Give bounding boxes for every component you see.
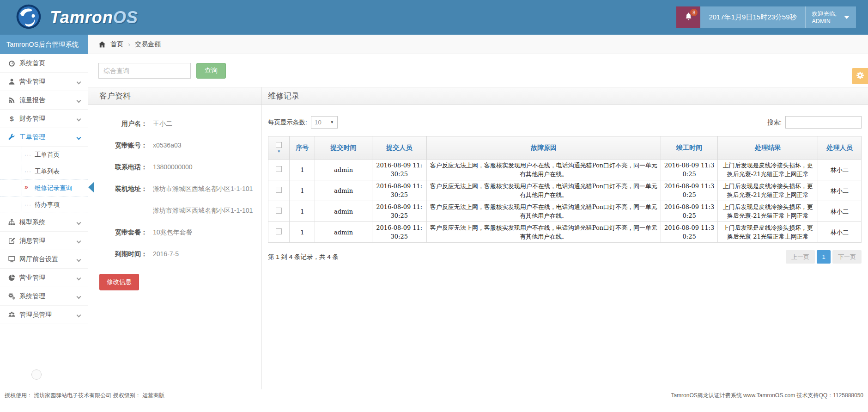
sidebar-item-6[interactable]: 模型系统 [0,213,88,232]
table-cell: 林小二 [818,222,862,243]
sidebar-item-5[interactable]: 工单管理 [0,128,88,147]
leader-dots-icon: ··· [24,152,31,158]
sidebar-collapse-button[interactable] [31,369,42,380]
dollar-icon: $ [8,115,19,123]
sitemap-icon [8,219,19,226]
customer-info-panel: 客户资料 用户名：王小二宽带账号：x0536a03联系电话：1380000000… [88,87,261,389]
table-cell: 2016-08-09 11:30:25 [661,160,717,180]
page-size-select[interactable]: 10 ▼ [311,116,338,129]
sidebar-item-3[interactable]: 流量报告 [0,91,88,110]
customer-field-row: 宽带账号：x0536a03 [99,139,261,152]
table-cell: 上门后发现是皮线冷接头损坏，更换后光衰-21光猫正常上网正常 [718,201,818,222]
sidebar: TamronOS后台管理系统 系统首页营业管理流量报告$财务管理工单管理···工… [0,35,88,390]
page-size-label: 每页显示条数: [268,118,307,127]
user-menu[interactable]: 欢迎光临, ADMIN [806,6,856,28]
sidebar-item-2[interactable]: 营业管理 [0,73,88,91]
field-label: 宽带账号： [99,139,147,152]
row-checkbox[interactable] [276,166,282,172]
table-cell: 1 [290,180,315,201]
sidebar-item-10[interactable]: 系统管理 [0,287,88,306]
global-search-section: 查询 [88,54,868,87]
column-header-4[interactable]: 故障原因 [426,136,661,160]
sidebar-subitem-1[interactable]: ···工单首页 [0,147,88,163]
welcome-text: 欢迎光临, [812,11,837,17]
user-icon [8,78,19,85]
breadcrumb: 首页 › 交易金额 [88,35,868,54]
dashboard-icon [8,60,19,67]
records-panel-title: 维修记录 [261,87,868,105]
sidebar-subitem-2[interactable]: ···工单列表 [0,163,88,180]
field-label: 到期时间： [99,247,147,260]
select-all-checkbox[interactable] [276,142,282,148]
table-cell: admin [315,180,372,201]
sidebar-subitem-3[interactable]: »维修记录查询 [0,180,88,197]
chevron-down-icon [77,117,81,122]
customer-field-row: 到期时间：2016-7-5 [99,247,261,260]
notification-badge: 8 [690,9,698,16]
table-row: 1admin2016-08-09 11:30:25客户反应无法上网，客服核实发现… [268,201,862,222]
column-header-1[interactable]: 序号 [290,136,315,160]
breadcrumb-separator: › [128,40,130,48]
sidebar-subitem-4[interactable]: ···待办事项 [0,197,88,213]
table-cell: 2016-08-09 11:30:25 [661,180,717,201]
username: ADMIN [812,18,831,25]
gear-icon [856,71,864,81]
sidebar-item-4[interactable]: $财务管理 [0,110,88,128]
column-header-2[interactable]: 提交时间 [315,136,372,160]
footer-license-text: 授权使用： 潍坊家园驿站电子技术有限公司 授权级别： 运营商版 [5,392,164,400]
chevron-down-icon [77,135,81,140]
pie-icon [8,274,19,281]
sidebar-item-11[interactable]: 管理员管理 [0,306,88,324]
leader-dots-icon: ··· [24,202,31,208]
table-search-input[interactable] [785,116,862,129]
column-header-7[interactable]: 处理人员 [818,136,862,160]
sort-caret-icon[interactable]: ▼ [277,149,281,154]
table-cell: 2016-08-09 11:30:25 [372,160,426,180]
sidebar-item-8[interactable]: 网厅前台设置 [0,250,88,269]
customer-field-row: 联系电话：13800000000 [99,160,261,173]
table-cell: 2016-08-09 11:30:25 [372,222,426,243]
chevron-down-icon [77,295,81,299]
datetime-display: 2017年1月9日15时23分59秒 [700,6,805,28]
pagination: 上一页 1 下一页 [784,250,862,264]
row-checkbox[interactable] [276,187,282,193]
sidebar-item-7[interactable]: 消息管理 [0,232,88,250]
globe-logo-icon [16,4,42,31]
column-header-3[interactable]: 提交人员 [372,136,426,160]
row-checkbox[interactable] [276,228,282,234]
table-cell: 林小二 [818,160,862,180]
desktop-icon [8,256,19,263]
sidebar-item-9[interactable]: 营业管理 [0,269,88,287]
edit-icon [8,237,19,244]
table-cell: admin [315,160,372,180]
pagination-next-button[interactable]: 下一页 [832,250,862,264]
table-cell: 客户反应无法上网，客服核实发现用户不在线，电话沟通光猫Pon口灯不亮，同一单元有… [426,222,661,243]
chevron-down-icon [77,80,81,85]
chevron-down-icon [77,98,81,103]
leader-dots-icon: ··· [24,168,31,175]
repair-records-table: ▼ 序号提交时间提交人员故障原因竣工时间处理结果处理人员 1admin2016-… [268,136,862,243]
search-input[interactable] [98,63,191,79]
logo-wordmark: TamronOS [50,8,138,27]
notifications-button[interactable]: 8 [676,6,700,28]
search-button[interactable]: 查询 [196,63,226,79]
breadcrumb-current: 交易金额 [135,40,161,49]
table-cell: 2016-08-09 11:30:25 [372,180,426,201]
chevron-down-icon [77,221,81,225]
column-header-5[interactable]: 竣工时间 [661,136,717,160]
table-cell: 1 [290,222,315,243]
main-content: 首页 › 交易金额 查询 客户资料 用户名：王小二宽带账号：x0536a03联系… [88,35,868,390]
gears-icon [8,293,19,300]
row-checkbox[interactable] [276,208,282,214]
edit-info-button[interactable]: 修改信息 [99,274,139,290]
settings-gear-button[interactable] [852,68,868,84]
app-logo: TamronOS [0,4,138,31]
records-summary: 第 1 到 4 条记录，共 4 条 [268,253,339,261]
sidebar-item-1[interactable]: 系统首页 [0,54,88,73]
column-header-6[interactable]: 处理结果 [718,136,818,160]
chevron-down-icon [77,258,81,262]
pagination-prev-button[interactable]: 上一页 [786,250,815,264]
breadcrumb-home-link[interactable]: 首页 [110,40,123,49]
pagination-page-1[interactable]: 1 [817,250,831,264]
field-label: 宽带套餐： [99,226,147,239]
